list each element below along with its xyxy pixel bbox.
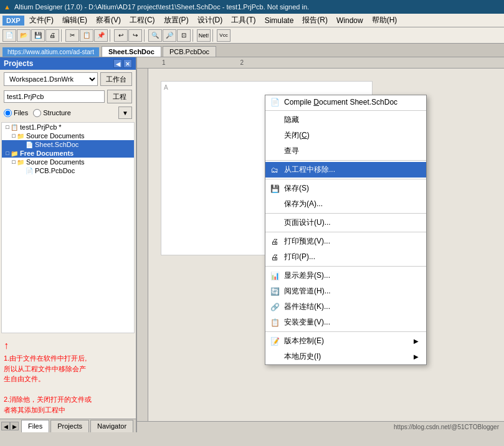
workspace-select[interactable]: Workspace1.DsnWrk [4,72,98,86]
menu-help[interactable]: 帮助(H) [368,14,401,27]
tree-item-source-docs-2[interactable]: □ 📁 Source Documents [2,158,134,166]
menu-tools[interactable]: 工具(T) [227,14,259,27]
nav-arrows: ◀ ▶ [1,422,19,430]
ctx-remove-label: 从工程中移除... [284,164,335,175]
ctx-history[interactable]: 本地历史(I) ▶ [265,349,426,364]
ctx-print[interactable]: 🖨 打印(P)... [265,249,426,265]
ctx-save[interactable]: 💾 保存(S) [265,181,426,196]
structure-radio-label[interactable]: Structure [33,109,71,117]
tab-bar: https://www.altium.com/ad-start Sheet.Sc… [0,44,504,57]
right-panel: 1 2 A https://blog.csdn.net/@51CTOBlogge… [137,57,504,432]
toolbar-zoom-out[interactable]: 🔎 [163,29,176,42]
tree-item-pcb[interactable]: 📄 PCB.PcbDoc [2,166,134,175]
files-radio-label[interactable]: Files [4,109,28,117]
toolbar-open[interactable]: 📂 [17,29,31,42]
toolbar-fit[interactable]: ⊡ [177,29,191,42]
menu-design[interactable]: 设计(D) [194,14,227,27]
menu-file[interactable]: 文件(F) [26,14,57,27]
bottom-tab-projects[interactable]: Projects [50,420,89,432]
annotation-text1: 1.由于文件在软件中打开后, 所以从工程文件中移除会产 生自由文件。 [4,353,132,384]
ctx-diff[interactable]: 📊 显示差异(S)... [265,268,426,283]
ctx-browse[interactable]: 🔄 阅览管道(H)... [265,283,426,299]
ctx-hide[interactable]: 隐藏 [265,112,426,128]
project-button[interactable]: 工程 [107,90,132,103]
ctx-remove[interactable]: 🗂 从工程中移除... [265,162,426,178]
bottom-tabs: ◀ ▶ Files Projects Navigator [0,419,136,432]
menu-report[interactable]: 报告(R) [298,14,331,27]
ctx-connect[interactable]: 🔗 器件连结(K)... [265,299,426,315]
tree-item-free-docs[interactable]: □ 📁 Free Documents [2,149,134,158]
ctx-print-icon: 🖨 [269,252,280,263]
toolbar-save[interactable]: 💾 [31,29,45,42]
toolbar-undo[interactable]: ↩ [114,29,128,42]
ctx-printpreview[interactable]: 🖨 打印预览(V)... [265,234,426,249]
ctx-compile[interactable]: 📄 Compile Document Sheet.SchDoc [265,95,426,109]
nav-left[interactable]: ◀ [1,422,10,430]
tab-home[interactable]: https://www.altium.com/ad-start [2,47,99,57]
folder-icon: 📋 [11,124,18,131]
ctx-find[interactable]: 查寻 [265,143,426,159]
toolbar-cut[interactable]: ✂ [65,29,79,42]
toolbar-new[interactable]: 📄 [2,29,16,42]
folder-icon4: 📁 [17,159,24,166]
ctx-printpreview-label: 打印预览(V)... [284,236,330,247]
files-radio[interactable] [4,109,12,117]
structure-radio[interactable] [33,109,41,117]
bottom-tab-files[interactable]: Files [21,420,49,432]
menu-view[interactable]: 察看(V) [92,14,125,27]
ctx-compile-icon: 📄 [269,97,280,108]
ctx-saveas-label: 保存为(A)... [284,199,323,209]
toolbar-paste[interactable]: 📌 [94,29,108,42]
tree-item-prjpcb[interactable]: □ 📋 test1.PrjPcb * [2,123,134,131]
view-options-btn[interactable]: ▼ [118,107,132,119]
ctx-saveas[interactable]: 保存为(A)... [265,196,426,212]
ctx-diff-label: 显示差异(S)... [284,270,330,281]
ctx-connect-icon: 🔗 [269,301,280,313]
menu-dxp[interactable]: DXP [2,16,24,26]
ctx-version[interactable]: 📝 版本控制(E) ▶ [265,333,426,349]
ctx-browse-icon: 🔄 [269,286,280,297]
menu-edit[interactable]: 编辑(E) [59,14,91,27]
tab-sheet[interactable]: Sheet.SchDoc [102,46,161,57]
ctx-printpreview-icon: 🖨 [269,236,280,247]
ctx-hide-label: 隐藏 [284,115,299,125]
toolbar: 📄 📂 💾 🖨 ✂ 📋 📌 ↩ ↪ 🔍 🔎 ⊡ Net! Vcc [0,27,504,44]
menu-project[interactable]: 工程(C) [126,14,159,27]
toolbar-copy[interactable]: 📋 [80,29,93,42]
tree-item-source-docs-1[interactable]: □ 📁 Source Documents [2,131,134,140]
ctx-pagedesign[interactable]: 页面设计(U)... [265,215,426,230]
bottom-tab-navigator[interactable]: Navigator [90,420,133,432]
menu-window[interactable]: Window [333,15,367,26]
ctx-find-label: 查寻 [284,146,299,156]
toolbar-sep5 [212,29,215,42]
folder-icon3: 📁 [11,150,18,157]
ctx-close-label: 关闭(C) [284,130,310,141]
menu-simulate[interactable]: Simulate [261,15,298,26]
panel-header: Projects ◀ ✕ [0,57,136,70]
toolbar-print[interactable]: 🖨 [45,29,59,42]
ctx-close[interactable]: 关闭(C) [265,128,426,143]
toolbar-zoom-in[interactable]: 🔍 [148,29,162,42]
toolbar-redo[interactable]: ↪ [128,29,142,42]
ctx-variants[interactable]: 📋 安装变量(V)... [265,315,426,330]
ruler-mark-1: 1 [162,59,166,66]
tree-item-sheet[interactable]: 📄 Sheet.SchDoc [2,140,134,149]
workspace-button[interactable]: 工作台 [100,72,132,86]
ctx-sep5 [265,266,426,267]
folder-icon2: 📁 [17,133,24,140]
annotation-area: ↑ 1.由于文件在软件中打开后, 所以从工程文件中移除会产 生自由文件。 2.消… [0,334,136,419]
tab-pcb[interactable]: PCB.PcbDoc [163,46,216,57]
toolbar-net[interactable]: Net! [197,29,211,42]
project-input[interactable] [4,90,105,103]
panel-pin-btn[interactable]: ◀ [113,59,122,68]
toolbar-sep1 [61,29,64,42]
toolbar-vcc[interactable]: Vcc [217,29,231,42]
nav-right[interactable]: ▶ [10,422,19,430]
menu-place[interactable]: 放置(P) [160,14,193,27]
panel-close-btn[interactable]: ✕ [123,59,132,68]
ctx-print-label: 打印(P)... [284,252,315,262]
ctx-diff-icon: 📊 [269,270,280,282]
ctx-history-label: 本地历史(I) [284,351,321,362]
ruler-left [137,69,148,432]
title-text: Altium Designer (17.0) - D:\Altium\AD17 … [14,3,309,11]
